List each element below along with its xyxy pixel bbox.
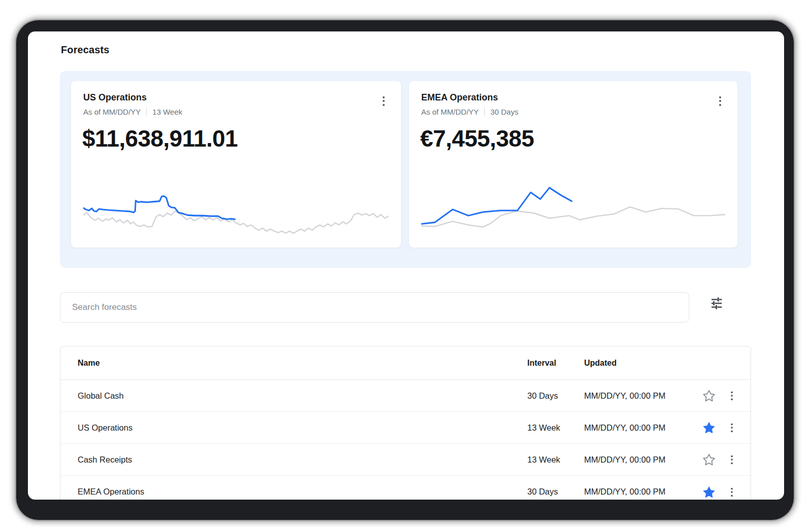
card-subtitle: As of MM/DD/YY 13 Week xyxy=(83,107,182,116)
table-row[interactable]: Cash Receipts 13 Week MM/DD/YY, 00:00 PM xyxy=(60,444,751,476)
sparkline-chart xyxy=(421,184,725,240)
row-name: EMEA Operations xyxy=(60,487,527,497)
baseline-line xyxy=(83,211,389,233)
card-interval: 30 Days xyxy=(490,108,518,116)
screenshot-stage: Forecasts US Operations As of MM/DD/YY 1… xyxy=(0,0,812,527)
actual-line xyxy=(83,196,235,219)
row-menu-button[interactable] xyxy=(727,452,736,467)
card-as-of: As of MM/DD/YY xyxy=(83,108,141,116)
forecast-value: $11,638,911.01 xyxy=(82,126,238,151)
card-title: US Operations xyxy=(83,92,147,103)
row-updated: MM/DD/YY, 00:00 PM xyxy=(584,423,697,433)
row-interval: 13 Week xyxy=(527,423,584,433)
row-updated: MM/DD/YY, 00:00 PM xyxy=(584,487,697,497)
forecast-cards-section: US Operations As of MM/DD/YY 13 Week $11… xyxy=(60,71,751,268)
row-updated: MM/DD/YY, 00:00 PM xyxy=(584,391,697,401)
baseline-line xyxy=(421,207,725,227)
sparkline-svg xyxy=(421,184,725,240)
card-menu-button[interactable] xyxy=(715,93,725,109)
row-interval: 30 Days xyxy=(527,391,584,401)
forecasts-table: Name Interval Updated Global Cash 30 Day… xyxy=(60,346,751,500)
search-input[interactable] xyxy=(60,292,689,323)
star-icon xyxy=(702,421,716,434)
kebab-menu-icon xyxy=(731,455,733,464)
card-menu-button[interactable] xyxy=(379,93,389,109)
row-name: US Operations xyxy=(60,423,527,433)
row-menu-button[interactable] xyxy=(727,420,736,435)
row-interval: 13 Week xyxy=(527,455,584,465)
star-icon xyxy=(702,485,716,499)
page-title: Forecasts xyxy=(61,43,109,56)
star-icon xyxy=(702,453,716,466)
row-interval: 30 Days xyxy=(527,487,584,497)
row-name: Global Cash xyxy=(60,391,527,401)
forecast-value: €7,455,385 xyxy=(420,126,534,151)
table-row[interactable]: Global Cash 30 Days MM/DD/YY, 00:00 PM xyxy=(60,380,751,412)
sparkline-chart xyxy=(83,184,389,240)
star-icon xyxy=(702,389,716,402)
kebab-menu-icon xyxy=(731,391,733,400)
sparkline-svg xyxy=(83,184,389,240)
subtitle-divider xyxy=(484,107,485,116)
column-header-updated: Updated xyxy=(584,359,697,368)
card-as-of: As of MM/DD/YY xyxy=(421,108,479,116)
row-updated: MM/DD/YY, 00:00 PM xyxy=(584,455,697,465)
star-toggle-button[interactable] xyxy=(701,388,717,403)
star-toggle-button[interactable] xyxy=(701,452,717,467)
table-row[interactable]: EMEA Operations 30 Days MM/DD/YY, 00:00 … xyxy=(60,476,751,500)
kebab-menu-icon xyxy=(719,96,721,106)
filter-button[interactable] xyxy=(706,293,727,313)
row-menu-button[interactable] xyxy=(727,485,736,499)
kebab-menu-icon xyxy=(731,487,733,496)
table-header-row: Name Interval Updated xyxy=(60,346,751,380)
star-toggle-button[interactable] xyxy=(701,484,717,500)
filter-sliders-icon xyxy=(709,296,724,311)
card-subtitle: As of MM/DD/YY 30 Days xyxy=(421,107,518,116)
table-row[interactable]: US Operations 13 Week MM/DD/YY, 00:00 PM xyxy=(60,412,751,444)
kebab-menu-icon xyxy=(731,423,733,432)
forecast-card-emea[interactable]: EMEA Operations As of MM/DD/YY 30 Days €… xyxy=(409,81,737,248)
row-menu-button[interactable] xyxy=(727,389,736,403)
card-interval: 13 Week xyxy=(152,108,182,116)
row-name: Cash Receipts xyxy=(60,455,527,465)
column-header-name: Name xyxy=(60,359,527,368)
column-header-interval: Interval xyxy=(527,359,584,368)
kebab-menu-icon xyxy=(383,96,385,106)
star-toggle-button[interactable] xyxy=(701,420,717,435)
card-title: EMEA Operations xyxy=(421,92,498,103)
forecast-card-us[interactable]: US Operations As of MM/DD/YY 13 Week $11… xyxy=(71,81,401,248)
forecasts-page: Forecasts US Operations As of MM/DD/YY 1… xyxy=(28,31,784,500)
subtitle-divider xyxy=(146,107,147,116)
